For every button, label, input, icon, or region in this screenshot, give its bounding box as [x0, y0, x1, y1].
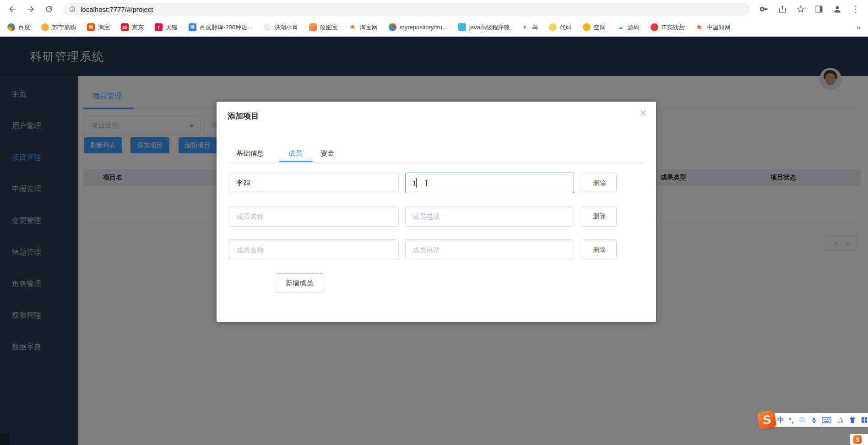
delete-member-button[interactable]: 删除 [582, 206, 617, 227]
text-caret [416, 178, 417, 188]
member-phone-input[interactable] [405, 173, 574, 193]
reload-icon[interactable] [41, 2, 57, 16]
bookmark-item[interactable]: 百度 [7, 23, 30, 32]
ime-keyboard-icon[interactable] [822, 417, 831, 423]
browser-toolbar: localhost:7777/#/project ⋮ [0, 0, 868, 18]
share-icon[interactable] [775, 2, 790, 16]
ime-toolbox-icon[interactable] [836, 416, 844, 424]
ime-skin-shirt-icon[interactable] [848, 416, 857, 424]
ime-bar: 中 °, ☺ [772, 413, 868, 427]
bookmark-item[interactable]: T天猫 [155, 23, 178, 32]
honghu-favicon [263, 23, 271, 31]
delete-member-button[interactable]: 删除 [582, 173, 617, 193]
dialog-tab-divider [228, 162, 645, 163]
bookmark-item[interactable]: 洪湖小肖 [263, 23, 298, 32]
bookmark-item[interactable]: 知中国知网 [695, 23, 730, 32]
delete-member-button[interactable]: 删除 [582, 239, 617, 260]
bookmarks-bar: 百度 苏宁易购 淘淘宝 JD京东 T天猫 译百度翻译-200种语... 洪湖小肖… [0, 18, 868, 37]
jd-favicon: JD [121, 23, 129, 31]
ime-tray-mini[interactable]: S [850, 434, 868, 445]
bookmark-item[interactable]: 淘淘宝 [87, 23, 110, 32]
close-icon[interactable]: × [640, 107, 647, 119]
dialog-title: 添加项目 [228, 111, 259, 121]
ime-chinese-mode-icon[interactable]: 中 [777, 416, 784, 424]
baidu-favicon [7, 23, 15, 31]
bookmark-star-icon[interactable] [793, 2, 808, 16]
bookmark-item[interactable]: ✗鸟 [521, 23, 538, 32]
sogou-mini-icon: S [853, 435, 862, 444]
member-phone-input[interactable] [405, 206, 574, 227]
bookmark-item[interactable]: myrepository/tru... [389, 23, 447, 31]
taobaowang-favicon: 淘 [349, 23, 357, 31]
bookmark-item[interactable]: 空间 [583, 23, 606, 32]
forward-icon[interactable] [23, 2, 38, 16]
bookmark-item[interactable]: 改图宝 [309, 23, 338, 32]
sogou-logo-icon[interactable]: S [757, 410, 777, 430]
site-info-icon[interactable] [69, 5, 76, 13]
bookmark-item[interactable]: 苏宁易购 [41, 23, 76, 32]
bookmark-item[interactable]: 译百度翻译-200种语... [189, 23, 252, 32]
ime-mic-icon[interactable] [811, 416, 817, 424]
bookmark-item[interactable]: java高级程序猿 [458, 23, 510, 32]
bookmark-item[interactable]: 代码 [549, 23, 572, 32]
member-name-input[interactable] [229, 206, 399, 227]
gaitubao-favicon [309, 23, 317, 31]
back-icon[interactable] [5, 2, 20, 16]
bookmark-item[interactable]: JD京东 [121, 23, 144, 32]
dialog-tab-funds[interactable]: 资金 [320, 149, 334, 158]
add-member-button[interactable]: 新增成员 [275, 273, 324, 293]
side-panel-icon[interactable] [811, 2, 827, 16]
bookmark-item[interactable]: 淘淘宝网 [349, 23, 378, 32]
yuanma-favicon: ☁ [617, 23, 624, 31]
dialog-tab-members[interactable]: 成员 [288, 149, 302, 158]
profile-avatar-icon[interactable] [830, 2, 845, 16]
bookmark-item[interactable]: IT实战营 [651, 23, 685, 32]
repo-favicon [389, 23, 396, 31]
bookmarks-overflow-chevron[interactable]: » [857, 23, 861, 32]
ime-toolbar: S 中 °, ☺ [758, 411, 868, 429]
member-name-input[interactable] [229, 173, 399, 193]
password-key-icon[interactable] [756, 2, 772, 16]
cnki-favicon: 知 [695, 23, 703, 31]
add-project-dialog: 添加项目 × 基础信息 成员 资金 删除 I 删除 删除 新增成员 [217, 102, 656, 322]
address-bar[interactable]: localhost:7777/#/project [63, 3, 750, 16]
ime-more-grid-icon[interactable] [861, 417, 868, 423]
ime-emoji-icon[interactable]: ☺ [798, 415, 806, 424]
taobao-favicon: 淘 [87, 23, 95, 31]
browser-menu-icon[interactable]: ⋮ [848, 2, 863, 16]
fanyi-favicon: 译 [189, 23, 196, 31]
url-text: localhost:7777/#/project [81, 5, 153, 13]
member-phone-input[interactable] [405, 239, 574, 260]
dialog-tab-basic-info[interactable]: 基础信息 [236, 149, 264, 158]
suning-favicon [41, 23, 49, 31]
itcamp-favicon [651, 23, 658, 31]
java-favicon [458, 23, 466, 31]
code-favicon [549, 23, 557, 31]
bird-favicon: ✗ [521, 23, 529, 31]
member-name-input[interactable] [229, 239, 399, 260]
tmall-favicon: T [155, 23, 163, 31]
mouse-ibeam-cursor: I [425, 179, 428, 189]
bookmark-item[interactable]: ☁源码 [617, 23, 640, 32]
ime-punctuation-icon[interactable]: °, [789, 416, 793, 424]
qzone-favicon [583, 23, 591, 31]
